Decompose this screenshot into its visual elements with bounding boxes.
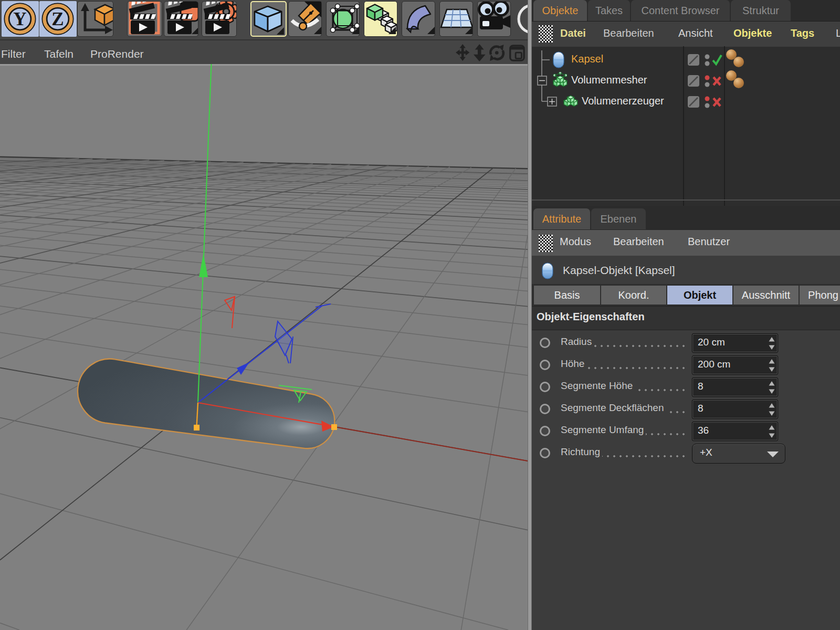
svg-text:Z: Z	[51, 9, 64, 29]
svg-text:Y: Y	[13, 9, 26, 29]
